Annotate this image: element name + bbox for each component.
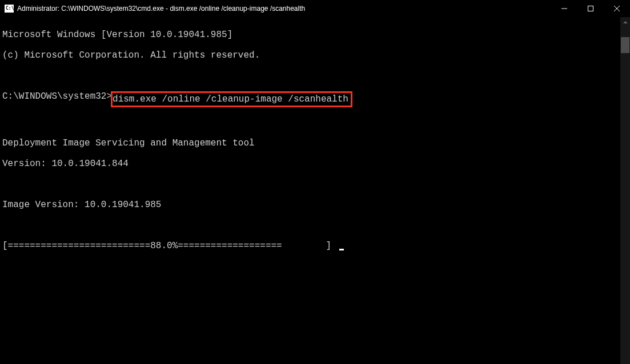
close-button[interactable]	[604, 0, 630, 17]
progress-line: [==========================88.0%========…	[2, 241, 628, 251]
scroll-thumb[interactable]	[621, 37, 629, 53]
scroll-up-arrow-icon[interactable]	[620, 17, 630, 27]
dism-tool-version: Version: 10.0.19041.844	[2, 159, 628, 169]
command-highlight: dism.exe /online /cleanup-image /scanhea…	[111, 91, 352, 107]
scrollbar[interactable]	[620, 17, 630, 364]
svg-rect-1	[588, 6, 593, 11]
window-controls	[551, 0, 630, 17]
terminal-output[interactable]: Microsoft Windows [Version 10.0.19041.98…	[0, 17, 630, 264]
cursor	[339, 249, 344, 250]
command-text: dism.exe /online /cleanup-image /scanhea…	[113, 94, 348, 104]
maximize-button[interactable]	[577, 0, 604, 17]
dism-tool-name: Deployment Image Servicing and Managemen…	[2, 138, 628, 148]
minimize-button[interactable]	[551, 0, 577, 17]
image-version: Image Version: 10.0.19041.985	[2, 200, 628, 210]
blank-line	[2, 71, 628, 81]
blank-line	[2, 118, 628, 128]
svg-marker-4	[623, 21, 628, 23]
prompt-line: C:\WINDOWS\system32>dism.exe /online /cl…	[2, 91, 628, 107]
titlebar[interactable]: C:\ Administrator: C:\WINDOWS\system32\c…	[0, 0, 630, 17]
titlebar-left: C:\ Administrator: C:\WINDOWS\system32\c…	[5, 5, 305, 13]
output-line-copyright: (c) Microsoft Corporation. All rights re…	[2, 50, 628, 60]
output-line-version: Microsoft Windows [Version 10.0.19041.98…	[2, 30, 628, 40]
blank-line	[2, 220, 628, 230]
blank-line	[2, 179, 628, 189]
prompt-path: C:\WINDOWS\system32>	[2, 91, 112, 102]
window-title: Administrator: C:\WINDOWS\system32\cmd.e…	[17, 5, 305, 13]
progress-bar: [==========================88.0%========…	[2, 241, 337, 251]
cmd-icon: C:\	[5, 5, 14, 13]
